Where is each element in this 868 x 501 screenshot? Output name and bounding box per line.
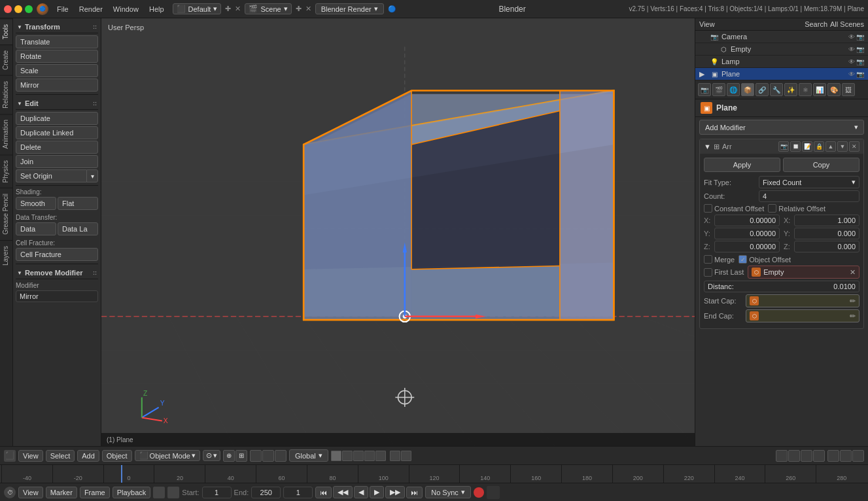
help-menu[interactable]: Help <box>145 4 169 14</box>
fit-type-dropdown[interactable]: Fixed Count ▾ <box>759 176 859 188</box>
remove-modifier-header[interactable]: ▼ Remove Modifier :: <box>16 267 98 279</box>
rel-z-input[interactable]: 0.000 <box>794 241 859 252</box>
mod-lock-icon[interactable]: 🔒 <box>814 141 824 152</box>
layer-5[interactable] <box>375 451 386 461</box>
data-icon[interactable]: 📊 <box>813 83 826 96</box>
outliner-view-btn[interactable]: View <box>699 20 715 28</box>
sync-dropdown[interactable]: No Sync ▾ <box>425 486 471 498</box>
tab-tools[interactable]: Tools <box>0 18 12 44</box>
rotate-icon[interactable] <box>262 450 274 462</box>
screencast-btn[interactable] <box>840 450 852 462</box>
duplicate-button[interactable]: Duplicate <box>16 112 98 125</box>
delete-button[interactable]: Delete <box>16 141 98 154</box>
coordinate-system[interactable]: Global ▾ <box>289 449 328 462</box>
physics-icon[interactable]: ⚛ <box>799 83 812 96</box>
collapse-icon[interactable]: ▼ <box>704 143 711 150</box>
empty-dropdown[interactable]: ⬡ Empty ✕ <box>748 266 859 279</box>
duplicate-linked-button[interactable]: Duplicate Linked <box>16 126 98 139</box>
tab-physics[interactable]: Physics <box>0 154 12 188</box>
const-z-input[interactable]: 0.00000 <box>714 241 780 252</box>
prev-keyframe-btn[interactable]: ◀◀ <box>333 486 353 498</box>
outliner-search-btn[interactable]: Search <box>805 20 827 28</box>
start-cap-dropdown[interactable]: ⬡ ✏ <box>746 294 859 307</box>
proportional-btn[interactable] <box>827 450 839 462</box>
edit-section-header[interactable]: ▼ Edit :: <box>16 97 98 110</box>
scene-props-icon[interactable]: 🎬 <box>712 83 725 96</box>
material-icon[interactable]: 🎨 <box>827 83 841 96</box>
relative-offset-checkbox[interactable] <box>768 204 776 213</box>
play-btn[interactable]: ▶ <box>370 486 384 498</box>
file-menu[interactable]: File <box>52 4 73 14</box>
smooth-button[interactable]: Smooth <box>16 197 56 210</box>
view-menu-btn[interactable]: View <box>18 450 43 462</box>
scene-selector[interactable]: 🎬 Scene ▾ <box>245 3 291 14</box>
render-icon3[interactable]: 📷 <box>856 58 864 65</box>
outliner-item-empty[interactable]: ⬡ Empty 👁 📷 <box>695 43 868 56</box>
render-icon2[interactable]: 📷 <box>856 46 864 53</box>
mod-edit-icon[interactable]: 📝 <box>802 141 812 152</box>
layer-3[interactable] <box>353 451 364 461</box>
current-frame-input[interactable] <box>283 487 313 498</box>
copy-button[interactable]: Copy <box>783 158 859 172</box>
translate-icon[interactable] <box>250 450 262 462</box>
constraints-icon[interactable]: 🔗 <box>755 83 769 96</box>
flat-button[interactable]: Flat <box>58 197 98 210</box>
modifier-input[interactable] <box>16 290 98 302</box>
end-cap-dropdown[interactable]: ⬡ ✏ <box>746 309 859 322</box>
tab-grease-pencil[interactable]: Grease Pencil <box>0 188 12 240</box>
layer-7[interactable] <box>401 451 411 461</box>
visibility-icon2[interactable]: 👁 <box>848 46 855 53</box>
world-props-icon[interactable]: 🌐 <box>727 83 740 96</box>
join-button[interactable]: Join <box>16 155 98 168</box>
scale-icon[interactable] <box>275 450 286 462</box>
set-origin-dropdown[interactable]: ▾ <box>86 169 98 182</box>
window-menu[interactable]: Window <box>109 4 143 14</box>
x-scene-icon[interactable]: ✕ <box>305 5 311 13</box>
clock-icon[interactable] <box>153 487 165 498</box>
tab-relations[interactable]: Relations <box>0 75 12 114</box>
outliner-item-camera[interactable]: 📷 Camera 👁 📷 <box>695 31 868 43</box>
object-mode-selector[interactable]: ⬛ Object Mode ▾ <box>135 450 200 461</box>
mod-close-icon[interactable]: ✕ <box>849 141 859 152</box>
count-value[interactable]: 4 <box>759 190 859 202</box>
end-frame-input[interactable] <box>251 487 281 498</box>
plus-icon[interactable]: ✚ <box>225 5 231 13</box>
bottom-playback-btn[interactable]: Playback <box>113 487 151 498</box>
tab-layers[interactable]: Layers <box>0 240 12 271</box>
jump-start-btn[interactable]: ⏮ <box>315 487 332 498</box>
gamepad-btn[interactable] <box>852 450 864 462</box>
rel-y-input[interactable]: 0.000 <box>794 228 859 239</box>
timeline-mode-icon[interactable]: ⏱ <box>4 487 16 498</box>
snap-icon[interactable]: ⊕ <box>223 450 235 462</box>
distance-field[interactable]: Distanc: 0.0100 <box>704 281 859 292</box>
data-la-button[interactable]: Data La <box>58 222 98 235</box>
mirror-button[interactable]: Mirror <box>16 78 98 92</box>
rel-x-input[interactable]: 1.000 <box>794 215 859 226</box>
plus-scene-icon[interactable]: ✚ <box>296 5 302 13</box>
visibility-icon[interactable]: 👁 <box>848 33 855 41</box>
workspace-selector[interactable]: ⬛ Default ▾ <box>173 3 222 14</box>
close-button[interactable] <box>4 5 12 13</box>
outliner-item-lamp[interactable]: 💡 Lamp 👁 📷 <box>695 56 868 68</box>
modifiers-icon[interactable]: 🔧 <box>770 83 783 96</box>
jump-end-btn[interactable]: ⏭ <box>406 487 423 498</box>
const-y-input[interactable]: 0.00000 <box>714 228 780 239</box>
engine-selector[interactable]: Blender Render ▾ <box>315 3 384 14</box>
render-props-icon[interactable]: 📷 <box>698 83 711 96</box>
const-x-input[interactable]: 0.00000 <box>714 215 780 226</box>
mod-camera-icon[interactable]: 📷 <box>778 141 789 152</box>
step-forward-btn[interactable]: ▶▶ <box>385 486 405 498</box>
data-button[interactable]: Data <box>16 222 56 235</box>
wireframe-btn[interactable] <box>776 450 788 462</box>
render-icon[interactable]: 📷 <box>856 33 864 41</box>
lock-icon[interactable] <box>167 487 179 498</box>
layer-1[interactable] <box>331 451 341 461</box>
visibility-icon4[interactable]: 👁 <box>848 71 855 78</box>
add-modifier-button[interactable]: Add Modifier ▾ <box>699 120 864 135</box>
scale-button[interactable]: Scale <box>16 64 98 77</box>
record-button[interactable] <box>474 487 484 498</box>
tab-animation[interactable]: Animation <box>0 114 12 154</box>
magnet-icon[interactable]: ⊞ <box>235 450 247 462</box>
viewport[interactable]: User Persp <box>101 18 695 446</box>
render-menu[interactable]: Render <box>75 4 107 14</box>
